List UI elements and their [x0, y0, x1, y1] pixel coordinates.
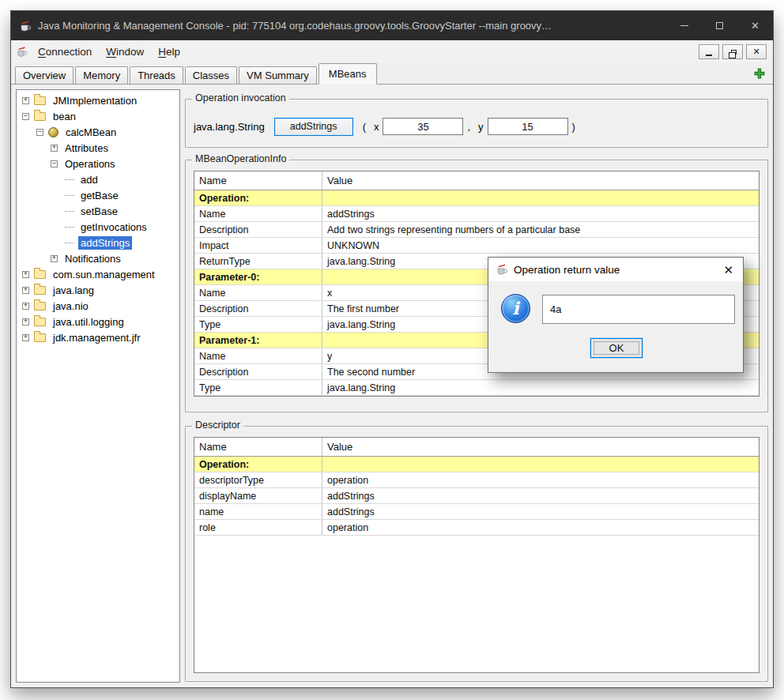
tree-connector — [65, 211, 74, 212]
tree-connector — [65, 227, 74, 228]
tree-item-java-nio[interactable]: java.nio — [17, 298, 179, 314]
expand-icon[interactable] — [51, 145, 58, 152]
table-row[interactable]: ImpactUNKNOWN — [194, 238, 759, 254]
tree-item-setbase[interactable]: setBase — [17, 203, 179, 219]
new-connection-plus-icon[interactable] — [754, 68, 765, 79]
descriptor-group: Descriptor NameValue Operation: descript… — [185, 426, 768, 682]
tree-item-operations[interactable]: Operations — [17, 156, 179, 171]
tree-item-add[interactable]: add — [17, 171, 179, 187]
dialog-titlebar: Operation return value ✕ — [488, 258, 743, 281]
ok-button[interactable]: OK — [590, 338, 643, 358]
window-minimize-button[interactable] — [666, 11, 702, 40]
folder-icon — [34, 302, 46, 310]
return-type-label: java.lang.String — [194, 121, 265, 133]
tab-overview[interactable]: Overview — [15, 66, 74, 84]
invoke-addstrings-button[interactable]: addStrings — [274, 118, 353, 136]
java-app-icon — [496, 263, 508, 276]
expand-icon[interactable] — [22, 97, 29, 104]
table-row[interactable]: descriptorTypeoperation — [194, 472, 759, 488]
expand-icon[interactable] — [22, 318, 29, 326]
expand-icon[interactable] — [51, 255, 58, 262]
tree-item-java-util-logging[interactable]: java.util.logging — [17, 314, 179, 329]
tree-item-java-lang[interactable]: java.lang — [17, 282, 179, 298]
info-icon — [501, 294, 530, 323]
table-row[interactable]: NameaddStrings — [194, 206, 759, 222]
descriptor-table: NameValue Operation: descriptorTypeopera… — [194, 437, 760, 673]
frame-restore-button[interactable] — [722, 44, 743, 59]
folder-icon — [34, 318, 46, 326]
tree-item-notifications[interactable]: Notifications — [17, 250, 179, 266]
tree-item-jdk-management-jfr[interactable]: jdk.management.jfr — [17, 329, 179, 345]
collapse-icon[interactable] — [51, 160, 58, 167]
tab-threads[interactable]: Threads — [130, 66, 183, 84]
paren-close: ) — [572, 121, 575, 133]
table-header: NameValue — [194, 171, 759, 190]
tree-item-getinvocations[interactable]: getInvocations — [17, 219, 179, 235]
dialog-title: Operation return value — [514, 264, 721, 276]
frame-minimize-icon — [706, 55, 712, 56]
param-y-label: y — [478, 121, 484, 133]
tab-mbeans[interactable]: MBeans — [318, 63, 377, 85]
table-row[interactable]: roleoperation — [194, 520, 759, 536]
param-x-input[interactable] — [383, 118, 463, 135]
frame-close-button[interactable]: ✕ — [746, 44, 767, 59]
param-x-label: x — [374, 121, 379, 133]
frame-java-icon — [16, 46, 28, 58]
dialog-close-button[interactable]: ✕ — [721, 264, 736, 276]
expand-icon[interactable] — [22, 287, 29, 294]
tree-item-bean[interactable]: bean — [17, 108, 179, 124]
param-y-input[interactable] — [488, 118, 568, 135]
table-row[interactable]: Operation: — [194, 190, 759, 206]
menu-connection[interactable]: Connection — [31, 40, 99, 62]
operation-return-value-dialog: Operation return value ✕ OK — [488, 257, 744, 373]
tab-classes[interactable]: Classes — [185, 66, 237, 84]
tab-bar: Overview Memory Threads Classes VM Summa… — [11, 62, 773, 85]
tab-vm-summary[interactable]: VM Summary — [239, 66, 317, 84]
expand-icon[interactable] — [22, 303, 29, 310]
expand-icon[interactable] — [22, 334, 29, 341]
operation-invocation-group: Operation invocation java.lang.String ad… — [185, 99, 768, 148]
tree-connector — [65, 179, 74, 180]
comma-separator: , — [467, 121, 470, 133]
paren-open: ( — [363, 121, 366, 133]
table-row[interactable]: nameaddStrings — [194, 504, 759, 520]
minimize-icon — [680, 25, 688, 26]
folder-icon — [34, 333, 46, 342]
expand-icon[interactable] — [22, 271, 29, 278]
operation-panel: Operation invocation java.lang.String ad… — [185, 89, 768, 683]
table-row[interactable]: DescriptionAdd two strings representing … — [194, 222, 759, 238]
frame-minimize-button[interactable] — [699, 44, 719, 59]
menu-window[interactable]: Window — [99, 40, 151, 62]
collapse-icon[interactable] — [22, 113, 29, 120]
tree-item-calcmbean[interactable]: calcMBean — [17, 124, 179, 140]
mbean-tree: JMImplementation bean calcMBean Attribut… — [16, 89, 180, 683]
table-row[interactable]: displayNameaddStrings — [194, 488, 759, 504]
tree-item-attributes[interactable]: Attributes — [17, 140, 179, 156]
folder-icon — [34, 112, 46, 121]
tree-item-addstrings[interactable]: addStrings — [17, 235, 179, 250]
window-maximize-button[interactable] — [702, 11, 737, 40]
folder-icon — [34, 96, 46, 105]
collapse-icon[interactable] — [36, 129, 43, 136]
tree-item-jmimplementation[interactable]: JMImplementation — [17, 92, 179, 108]
group-title: Operation invocation — [192, 92, 289, 103]
return-value-field[interactable] — [542, 295, 735, 324]
folder-icon — [34, 286, 46, 295]
window-title: Java Monitoring & Management Console - p… — [38, 20, 666, 32]
table-row[interactable]: Typejava.lang.String — [194, 380, 759, 396]
tree-connector — [65, 195, 74, 196]
window-close-button[interactable]: ✕ — [737, 11, 773, 40]
mbean-icon — [48, 127, 58, 137]
tree-item-com-sun-management[interactable]: com.sun.management — [17, 266, 179, 282]
frame-close-icon: ✕ — [752, 47, 760, 56]
window-titlebar: Java Monitoring & Management Console - p… — [11, 11, 773, 40]
menu-help[interactable]: Help — [151, 40, 187, 62]
group-title: Descriptor — [192, 420, 243, 431]
dialog-body: OK — [488, 281, 743, 372]
java-app-icon — [19, 20, 32, 32]
mbeans-pane: JMImplementation bean calcMBean Attribut… — [11, 85, 773, 687]
tab-memory[interactable]: Memory — [75, 66, 128, 84]
close-icon: ✕ — [751, 21, 760, 31]
tree-item-getbase[interactable]: getBase — [17, 187, 179, 203]
table-row[interactable]: Operation: — [194, 457, 759, 472]
